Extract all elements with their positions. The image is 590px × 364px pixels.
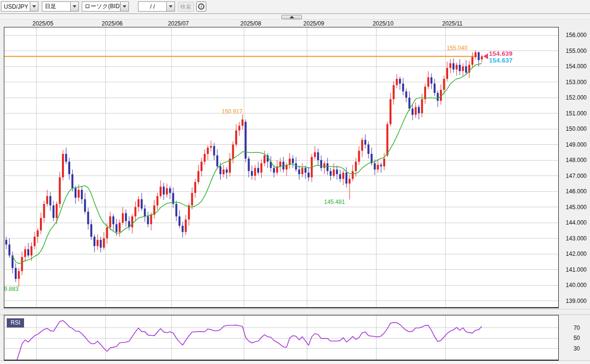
x-axis-label: 2025/09 [300,20,328,27]
x-axis-label: 2025/06 [98,20,126,27]
price-tick-label: 156.000 [562,32,587,38]
panel-collapse-strip [0,13,590,20]
rsi-panel[interactable]: RSI [4,315,559,361]
rsi-svg [4,315,558,360]
rsi-tick-label: 30 [556,345,580,352]
x-axis-label: 2025/05 [28,20,57,27]
bottom-strip [0,361,590,364]
price-tick-label: 155.000 [562,48,587,54]
info-icon: i [198,3,204,10]
annotation-high-recent: 155.040 [447,45,467,51]
price-tick-label: 149.000 [562,141,587,148]
price-tick-label: 151.000 [562,110,587,117]
symbol-select[interactable]: USD/JPY [1,1,38,12]
price-tick-label: 154.000 [562,63,587,70]
price-tick-label: 145.000 [562,204,587,211]
chevron-down-icon[interactable] [120,2,128,11]
symbol-value: USD/JPY [1,2,30,11]
price-tick-label: 141.000 [562,266,587,273]
collapse-button[interactable] [281,15,302,19]
rsi-badge: RSI [7,318,24,327]
chart-type-value: ローソク(BID) [82,2,120,11]
annotation-high-august: 150.917 [222,108,242,115]
info-button[interactable]: i [196,1,206,12]
timeframe-value: 日足 [42,2,70,11]
price-tick-label: 152.000 [562,94,587,101]
timeframe-select[interactable]: 日足 [42,1,79,12]
price-tick-label: 150.000 [562,126,587,132]
annotation-low-september: 145.481 [324,199,345,205]
price-tick-label: 140.000 [562,282,587,289]
search-button[interactable]: 検索 [178,2,194,12]
chevron-up-icon [289,16,294,18]
date-select[interactable]: / / [138,1,175,12]
price-tick-label: 153.000 [562,79,587,86]
x-axis-label: 2025/07 [164,20,193,27]
toolbar: USD/JPY 日足 ローソク(BID) / / 検索 i [0,0,590,13]
chart-application: USD/JPY 日足 ローソク(BID) / / 検索 i 2025/05202… [0,0,590,364]
x-axis-label: 2025/10 [369,20,398,27]
annotation-low-april: 139.883 [4,286,18,292]
current-price-marker-icon [483,53,488,59]
price-tick-label: 143.000 [562,235,587,242]
price-tick-label: 147.000 [562,173,587,179]
price-chart[interactable]: 155.040 150.917 145.481 139.883 154.639 … [4,27,559,308]
x-axis: 2025/052025/062025/072025/082025/092025/… [0,20,590,27]
price-tick-label: 146.000 [562,188,587,195]
chevron-down-icon[interactable] [166,2,175,11]
date-value: / / [138,2,166,11]
chart-type-select[interactable]: ローソク(BID) [82,1,129,12]
current-price-upper: 154.639 [489,50,513,57]
x-axis-label: 2025/11 [438,20,467,27]
current-price-lower: 154.637 [489,57,513,64]
rsi-tick-label: 70 [556,325,580,331]
price-tick-label: 139.000 [562,298,587,304]
x-axis-label: 2025/08 [237,20,265,27]
chevron-down-icon[interactable] [70,2,78,11]
panel-splitter[interactable] [0,309,590,315]
price-tick-label: 142.000 [562,251,587,257]
candlestick-svg [4,27,558,308]
rsi-tick-label: 50 [556,335,580,341]
price-tick-label: 148.000 [562,157,587,163]
price-tick-label: 144.000 [562,219,587,226]
chevron-down-icon[interactable] [30,2,38,11]
